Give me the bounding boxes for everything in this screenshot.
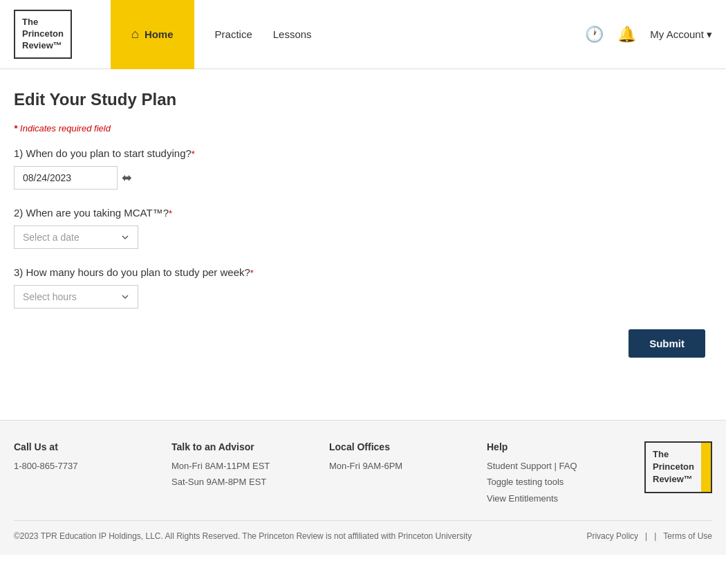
bell-icon[interactable]: 🔔: [617, 26, 636, 44]
footer-col-call: Call Us at 1-800-865-7737: [14, 441, 118, 474]
footer-phone: 1-800-865-7737: [14, 458, 118, 474]
question-2-section: 2) When are you taking MCAT™?* Select a …: [14, 207, 712, 249]
q3-required-star: *: [250, 268, 254, 278]
hours-per-week-select[interactable]: Select hours: [14, 285, 138, 309]
question-3-label: 3) How many hours do you plan to study p…: [14, 266, 712, 278]
footer-copyright: ©2023 TPR Education IP Holdings, LLC. Al…: [14, 531, 472, 541]
navbar: The Princeton Review™ ⌂ Home Practice Le…: [0, 0, 726, 69]
nav-links: Practice Lessons: [194, 28, 586, 40]
footer-offices-title: Local Offices: [329, 441, 433, 452]
question-2-label: 2) When are you taking MCAT™?*: [14, 207, 712, 219]
question-1-section: 1) When do you plan to start studying?* …: [14, 147, 712, 190]
lessons-link[interactable]: Lessons: [273, 28, 312, 40]
cursor-icon: ⬌: [122, 170, 132, 185]
mcat-date-select[interactable]: Select a date: [14, 226, 138, 249]
nav-right: 🕐 🔔 My Account ▾: [585, 26, 726, 44]
footer-view-entitlements-link[interactable]: View Entitlements: [487, 490, 590, 506]
footer: Call Us at 1-800-865-7737 Talk to an Adv…: [0, 420, 726, 555]
practice-link[interactable]: Practice: [215, 28, 252, 40]
my-account-link[interactable]: My Account ▾: [650, 28, 712, 41]
privacy-policy-link[interactable]: Privacy Policy: [586, 531, 638, 541]
main-content: Edit Your Study Plan * Indicates require…: [0, 69, 726, 378]
home-icon: ⌂: [131, 27, 139, 42]
home-button[interactable]: ⌂ Home: [111, 0, 194, 69]
submit-button[interactable]: Submit: [629, 329, 705, 358]
q2-required-star: *: [169, 208, 172, 219]
footer-advisor-hours: Mon-Fri 8AM-11PM EST Sat-Sun 9AM-8PM EST: [171, 458, 275, 490]
logo: The Princeton Review™: [14, 10, 72, 59]
footer-bottom: ©2023 TPR Education IP Holdings, LLC. Al…: [14, 520, 712, 541]
footer-offices-hours: Mon-Fri 9AM-6PM: [329, 458, 433, 474]
terms-of-use-link[interactable]: Terms of Use: [663, 531, 712, 541]
clock-icon[interactable]: 🕐: [585, 26, 604, 44]
start-date-input[interactable]: [14, 166, 118, 190]
footer-col-advisor: Talk to an Advisor Mon-Fri 8AM-11PM EST …: [171, 441, 275, 490]
footer-student-support-link[interactable]: Student Support | FAQ: [487, 458, 590, 474]
footer-help-title: Help: [487, 441, 590, 452]
question-1-label: 1) When do you plan to start studying?*: [14, 147, 712, 159]
submit-area: Submit: [14, 329, 712, 358]
footer-logo: The Princeton Review™: [644, 441, 712, 493]
footer-toggle-testing-link[interactable]: Toggle testing tools: [487, 474, 590, 490]
required-star: *: [14, 123, 17, 134]
footer-logo-text: The Princeton Review™: [646, 443, 701, 492]
page-title: Edit Your Study Plan: [14, 90, 712, 109]
footer-top: Call Us at 1-800-865-7737 Talk to an Adv…: [14, 441, 712, 506]
footer-call-title: Call Us at: [14, 441, 118, 452]
footer-advisor-title: Talk to an Advisor: [171, 441, 275, 452]
required-note: * Indicates required field: [14, 123, 712, 134]
footer-col-help: Help Student Support | FAQ Toggle testin…: [487, 441, 590, 506]
question-3-section: 3) How many hours do you plan to study p…: [14, 266, 712, 309]
footer-col-offices: Local Offices Mon-Fri 9AM-6PM: [329, 441, 433, 474]
q1-required-star: *: [192, 149, 195, 159]
date-input-wrapper: ⬌: [14, 166, 712, 190]
footer-logo-yellow-bar: [701, 443, 711, 492]
footer-legal-links: Privacy Policy | | Terms of Use: [586, 531, 712, 541]
logo-area: The Princeton Review™: [0, 3, 111, 66]
